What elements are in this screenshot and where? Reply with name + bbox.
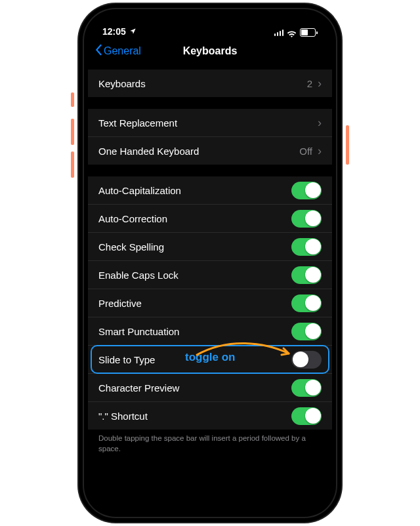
row-label: Smart Punctuation — [98, 326, 291, 337]
row-enable-caps-lock: Enable Caps Lock — [88, 261, 332, 289]
power-button — [346, 125, 349, 165]
row-keyboards[interactable]: Keyboards 2 › — [88, 70, 332, 97]
chevron-right-icon: › — [318, 117, 322, 129]
row-smart-punctuation: Smart Punctuation — [88, 317, 332, 346]
volume-up-button — [71, 119, 74, 145]
row-label: Character Preview — [98, 382, 291, 394]
toggle-character-preview[interactable] — [291, 379, 322, 397]
toggle-enable-caps-lock[interactable] — [291, 266, 322, 284]
page-title: Keyboards — [183, 45, 238, 57]
toggle-auto-capitalization[interactable] — [291, 182, 322, 199]
location-icon — [129, 26, 136, 37]
toggle-check-spelling[interactable] — [291, 238, 322, 256]
toggle-slide-to-type[interactable] — [291, 351, 322, 369]
section-footer: Double tapping the space bar will insert… — [88, 430, 332, 454]
row-label: Slide to Type — [98, 354, 291, 365]
row-label: "." Shortcut — [98, 411, 291, 422]
mute-switch — [71, 92, 74, 107]
row-period-shortcut: "." Shortcut — [88, 402, 332, 430]
chevron-left-icon — [94, 44, 102, 58]
chevron-right-icon: › — [318, 77, 322, 89]
toggle-auto-correction[interactable] — [291, 210, 322, 228]
row-label: Enable Caps Lock — [98, 270, 291, 281]
notch — [151, 13, 269, 31]
row-one-handed-keyboard[interactable]: One Handed Keyboard Off › — [88, 137, 332, 165]
row-label: Keyboards — [98, 78, 307, 89]
nav-bar: General Keyboards — [88, 38, 332, 64]
row-predictive: Predictive — [88, 289, 332, 317]
row-auto-correction: Auto-Correction — [88, 205, 332, 233]
row-label: Predictive — [98, 298, 291, 309]
toggle-smart-punctuation[interactable] — [291, 323, 322, 340]
volume-down-button — [71, 152, 74, 178]
iphone-frame: 12:05 General — [79, 4, 341, 522]
row-check-spelling: Check Spelling — [88, 233, 332, 261]
keyboards-count: 2 — [307, 78, 312, 89]
row-label: Check Spelling — [98, 241, 291, 253]
toggle-period-shortcut[interactable] — [291, 407, 322, 425]
screen: 12:05 General — [88, 13, 332, 513]
row-slide-to-type: Slide to Type toggle on — [88, 346, 332, 374]
row-text-replacement[interactable]: Text Replacement › — [88, 109, 332, 137]
toggle-predictive[interactable] — [291, 294, 322, 312]
row-label: Auto-Correction — [98, 213, 291, 224]
wifi-icon — [287, 29, 297, 36]
battery-icon — [300, 28, 318, 37]
row-label: One Handed Keyboard — [98, 146, 299, 157]
row-label: Auto-Capitalization — [98, 185, 291, 196]
row-character-preview: Character Preview — [88, 374, 332, 402]
row-label: Text Replacement — [98, 117, 318, 129]
chevron-right-icon: › — [318, 145, 322, 157]
back-label: General — [104, 45, 141, 57]
row-auto-capitalization: Auto-Capitalization — [88, 176, 332, 205]
status-time: 12:05 — [102, 26, 126, 37]
cellular-icon — [274, 29, 284, 36]
back-button[interactable]: General — [94, 44, 141, 58]
settings-content[interactable]: Keyboards 2 › Text Replacement › One Han… — [88, 64, 332, 513]
one-handed-value: Off — [299, 146, 312, 157]
